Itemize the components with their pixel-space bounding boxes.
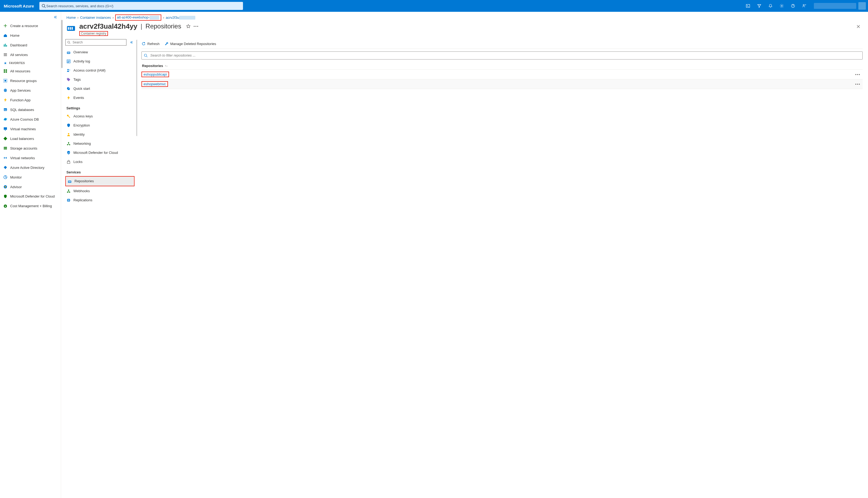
- sidebar-cost[interactable]: $ Cost Management + Billing: [0, 201, 61, 211]
- sidebar-all-services[interactable]: All services: [0, 50, 61, 60]
- sidebar-storage-accounts[interactable]: Storage accounts: [0, 143, 61, 153]
- repo-row[interactable]: eshopwebmvc: [142, 79, 863, 89]
- brand[interactable]: Microsoft Azure: [0, 4, 39, 8]
- nav-overview[interactable]: Overview: [65, 48, 137, 57]
- svg-point-45: [67, 79, 68, 79]
- nav-quick-start[interactable]: Quick start: [65, 84, 137, 93]
- sidebar-aad[interactable]: Azure Active Directory: [0, 163, 61, 172]
- nav-events[interactable]: Events: [65, 93, 137, 102]
- nav-iam[interactable]: Access control (IAM): [65, 66, 137, 75]
- nav-webhooks[interactable]: Webhooks: [65, 186, 137, 196]
- sidebar-dashboard[interactable]: Dashboard: [0, 40, 61, 50]
- vnet-icon: [3, 156, 8, 160]
- list-header[interactable]: Repositories ↑↓: [142, 62, 863, 70]
- sidebar-virtual-machines[interactable]: Virtual machines: [0, 124, 61, 134]
- repos-list: eshoppublicapi eshopwebmvc: [142, 70, 863, 89]
- grid-icon: [3, 69, 8, 73]
- global-search[interactable]: [39, 2, 243, 10]
- nav-locks[interactable]: Locks: [65, 157, 137, 167]
- favorite-button[interactable]: [186, 24, 191, 29]
- svg-point-61: [144, 54, 147, 56]
- sql-icon: SQL: [3, 107, 8, 112]
- sidebar-cosmos-db[interactable]: Azure Cosmos DB: [0, 115, 61, 124]
- sidebar-defender[interactable]: Microsoft Defender for Cloud: [0, 192, 61, 201]
- nav-activity-log[interactable]: Activity log: [65, 57, 137, 66]
- resource-nav-search[interactable]: [65, 39, 126, 45]
- nav-networking[interactable]: Networking: [65, 139, 137, 148]
- global-search-input[interactable]: [46, 4, 241, 8]
- row-more-button[interactable]: [854, 81, 862, 87]
- sidebar-create-resource[interactable]: Create a resource: [0, 21, 61, 30]
- refresh-button[interactable]: Refresh: [142, 41, 160, 46]
- activity-icon: [66, 59, 71, 64]
- breadcrumb-home[interactable]: Home: [66, 15, 76, 19]
- nav-access-keys[interactable]: Access keys: [65, 112, 137, 121]
- nav-replications[interactable]: Replications: [65, 196, 137, 205]
- notifications-button[interactable]: [765, 0, 776, 12]
- sidebar-item-label: Storage accounts: [10, 146, 37, 150]
- help-button[interactable]: [788, 0, 798, 12]
- svg-rect-10: [6, 45, 7, 47]
- overview-icon: [66, 50, 71, 54]
- nav-identity[interactable]: Identity: [65, 130, 137, 139]
- page-section: Repositories: [146, 23, 181, 30]
- nav-scrollbar[interactable]: [136, 40, 137, 490]
- repo-filter-input[interactable]: [150, 53, 860, 57]
- more-button[interactable]: •••: [193, 24, 199, 28]
- manage-deleted-button[interactable]: Manage Deleted Repositories: [164, 41, 216, 46]
- account-menu[interactable]: [812, 0, 868, 12]
- nav-defender[interactable]: Microsoft Defender for Cloud: [65, 148, 137, 157]
- breadcrumb-resource-group[interactable]: att-az400-ewebshop-: [115, 14, 161, 21]
- sidebar-sql-databases[interactable]: SQL SQL databases: [0, 105, 61, 115]
- sidebar-item-label: Virtual machines: [10, 127, 36, 131]
- sidebar-collapse-button[interactable]: [52, 13, 59, 21]
- repo-link[interactable]: eshoppublicapi: [144, 73, 167, 76]
- star-icon: ★: [4, 61, 7, 65]
- cloud-shell-button[interactable]: [743, 0, 753, 12]
- sidebar-resource-groups[interactable]: Resource groups: [0, 76, 61, 86]
- sidebar-monitor[interactable]: Monitor: [0, 172, 61, 182]
- nav-collapse-button[interactable]: [129, 39, 134, 45]
- advisor-icon: [3, 185, 8, 189]
- identity-icon: [66, 132, 71, 137]
- repo-filter[interactable]: [142, 51, 863, 60]
- row-more-button[interactable]: [854, 71, 862, 77]
- star-outline-icon: [186, 24, 191, 29]
- svg-point-43: [67, 69, 69, 70]
- chevron-right-icon: ›: [163, 15, 164, 19]
- chevron-double-left-icon: [130, 41, 133, 44]
- svg-text:$: $: [5, 205, 6, 208]
- sidebar-home[interactable]: Home: [0, 30, 61, 40]
- settings-button[interactable]: [776, 0, 787, 12]
- directories-button[interactable]: [754, 0, 765, 12]
- sidebar-app-services[interactable]: App Services: [0, 86, 61, 95]
- breadcrumb-container-instances[interactable]: Container instances: [80, 15, 111, 19]
- refresh-label: Refresh: [147, 42, 160, 46]
- sidebar-item-label: Virtual networks: [10, 156, 35, 160]
- breadcrumb-registry[interactable]: acrv2f3u: [166, 15, 195, 20]
- sidebar-all-resources[interactable]: All resources: [0, 66, 61, 76]
- nav-item-label: Locks: [74, 160, 82, 164]
- sidebar-item-label: Create a resource: [10, 24, 38, 28]
- nav-encryption[interactable]: Encryption: [65, 121, 137, 130]
- nav-repositories[interactable]: Repositories: [66, 176, 133, 186]
- nav-item-label: Events: [74, 96, 84, 100]
- nav-item-label: Quick start: [74, 87, 90, 91]
- sidebar-advisor[interactable]: Advisor: [0, 182, 61, 192]
- feedback-button[interactable]: [799, 0, 810, 12]
- close-button[interactable]: [854, 22, 863, 31]
- svg-line-62: [147, 56, 148, 57]
- sidebar-item-label: Azure Active Directory: [10, 166, 44, 170]
- resource-nav-search-input[interactable]: [72, 40, 124, 44]
- repo-row[interactable]: eshoppublicapi: [142, 70, 863, 79]
- svg-rect-39: [67, 52, 68, 53]
- svg-rect-41: [69, 52, 70, 53]
- sidebar-virtual-networks[interactable]: Virtual networks: [0, 153, 61, 163]
- events-icon: [66, 96, 71, 100]
- content-area: Home › Container instances › att-az400-e…: [61, 12, 868, 498]
- nav-tags[interactable]: Tags: [65, 75, 137, 84]
- sidebar-load-balancers[interactable]: Load balancers: [0, 134, 61, 143]
- sidebar-function-app[interactable]: Function App: [0, 95, 61, 105]
- svg-point-7: [803, 4, 804, 6]
- repo-link[interactable]: eshopwebmvc: [144, 82, 166, 86]
